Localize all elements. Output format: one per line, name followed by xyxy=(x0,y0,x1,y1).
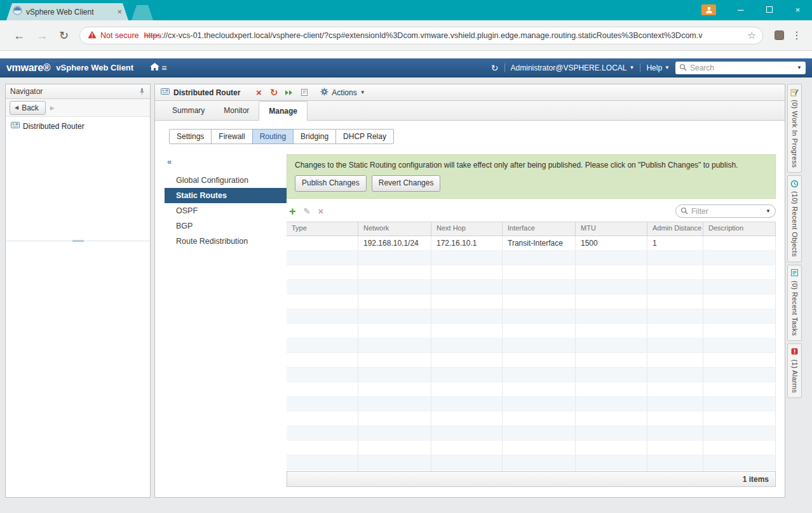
browser-tab[interactable]: vSphere Web Client × xyxy=(6,3,128,20)
profile-avatar-icon[interactable] xyxy=(701,4,716,15)
sidenav-item-ospf[interactable]: OSPF xyxy=(165,203,287,218)
actions-button[interactable]: Actions ▼ xyxy=(320,87,365,98)
table-cell xyxy=(647,441,703,455)
navigator-header: Navigator xyxy=(6,84,150,99)
global-search[interactable]: ▼ xyxy=(675,62,806,74)
table-cell xyxy=(647,426,703,440)
pin-icon[interactable] xyxy=(139,86,145,97)
home-button[interactable]: ≡ xyxy=(150,62,166,74)
table-cell xyxy=(647,368,703,382)
column-header-admin-distance[interactable]: Admin Distance xyxy=(647,222,703,236)
minimize-button[interactable]: ─ xyxy=(726,0,755,19)
table-cell xyxy=(431,455,503,469)
table-cell xyxy=(703,251,776,265)
tab-manage[interactable]: Manage xyxy=(259,101,308,121)
table-row-empty xyxy=(287,324,776,338)
close-button[interactable]: × xyxy=(783,0,812,19)
user-menu[interactable]: Administrator@VSPHERE.LOCAL ▼ xyxy=(511,63,635,72)
vsphere-favicon xyxy=(13,6,22,18)
table-cell xyxy=(703,309,776,323)
table-row-empty xyxy=(287,455,776,470)
panel-splitter[interactable] xyxy=(6,241,150,241)
redeploy-refresh-icon[interactable]: ↻ xyxy=(268,87,280,98)
table-row-empty xyxy=(287,441,776,455)
column-header-type[interactable]: Type xyxy=(287,222,358,236)
chevron-down-icon[interactable]: ▼ xyxy=(766,208,771,214)
menu-lines-icon[interactable]: ≡ xyxy=(161,63,166,73)
subtab-dhcp-relay[interactable]: DHCP Relay xyxy=(335,129,394,144)
chevron-down-icon[interactable]: ▼ xyxy=(797,65,802,70)
tree-item-distributed-router[interactable]: Distributed Router xyxy=(6,117,150,136)
back-button[interactable]: ← xyxy=(13,30,25,41)
revert-changes-button[interactable]: Revert Changes xyxy=(372,175,441,191)
table-cell: 172.16.10.1 xyxy=(431,236,503,250)
sidenav-item-static-routes[interactable]: Static Routes xyxy=(165,188,287,203)
browser-menu-icon[interactable]: ⋮ xyxy=(792,29,802,41)
table-cell xyxy=(358,455,431,469)
table-body: 192.168.10.1/24172.16.10.1Transit-Interf… xyxy=(287,236,776,471)
sidenav-item-bgp[interactable]: BGP xyxy=(165,218,287,234)
subtab-firewall[interactable]: Firewall xyxy=(211,129,252,144)
tab-summary[interactable]: Summary xyxy=(163,101,214,120)
table-cell xyxy=(287,324,358,338)
column-header-description[interactable]: Description xyxy=(703,222,776,236)
rail-tab-alarms[interactable]: (1) Alarms xyxy=(787,343,802,398)
refresh-icon[interactable]: ↻ xyxy=(491,63,499,73)
rail-tab-recent-objects[interactable]: (10) Recent Objects xyxy=(787,175,802,262)
subtab-routing[interactable]: Routing xyxy=(252,129,294,144)
column-header-interface[interactable]: Interface xyxy=(503,222,576,236)
table-cell xyxy=(287,441,358,455)
table-cell: 1 xyxy=(647,236,703,250)
manage-content: SettingsFirewallRoutingBridgingDHCP Rela… xyxy=(155,121,785,497)
rail-tab-recent-tasks[interactable]: (0) Recent Tasks xyxy=(787,265,802,341)
bookmark-star-icon[interactable]: ☆ xyxy=(748,30,756,41)
rail-tab-work-in-progress[interactable]: (0) Work In Progress xyxy=(787,84,802,173)
table-cell xyxy=(431,295,503,309)
subtab-settings[interactable]: Settings xyxy=(169,129,212,144)
table-cell xyxy=(703,455,776,469)
notes-icon[interactable] xyxy=(299,87,310,98)
table-cell xyxy=(647,324,703,338)
table-row[interactable]: 192.168.10.1/24172.16.10.1Transit-Interf… xyxy=(287,236,776,251)
notice-text: Changes to the Static Routing configurat… xyxy=(295,160,768,171)
edit-route-button[interactable]: ✎ xyxy=(304,206,311,216)
column-header-mtu[interactable]: MTU xyxy=(576,222,647,236)
filter-box[interactable]: ▼ xyxy=(675,204,776,218)
table-cell xyxy=(358,353,431,367)
chevron-right-icon[interactable]: ▶ xyxy=(50,105,55,111)
table-cell xyxy=(503,251,576,265)
table-cell xyxy=(576,280,647,294)
add-route-button[interactable]: + xyxy=(289,206,296,217)
delete-route-button[interactable]: × xyxy=(318,206,323,217)
routing-sidenav: « Global ConfigurationStatic RoutesOSPFB… xyxy=(165,154,287,487)
search-icon xyxy=(679,62,687,74)
tab-monitor[interactable]: Monitor xyxy=(214,101,259,120)
not-secure-label[interactable]: Not secure xyxy=(100,31,139,40)
back-nav-button[interactable]: ◀ Back xyxy=(10,101,46,115)
collapse-panel-icon[interactable]: « xyxy=(167,157,179,166)
table-cell xyxy=(703,368,776,382)
delete-x-icon[interactable]: × xyxy=(253,87,264,98)
resync-arrows-icon[interactable] xyxy=(283,87,295,98)
forward-button[interactable]: → xyxy=(36,30,48,41)
new-tab-button[interactable] xyxy=(132,5,153,20)
filter-input[interactable] xyxy=(691,207,762,216)
table-row-empty xyxy=(287,368,776,382)
table-cell xyxy=(576,368,647,382)
sidenav-item-route-redistribution[interactable]: Route Redistribution xyxy=(165,234,287,249)
reload-button[interactable]: ↻ xyxy=(59,30,69,41)
table-cell xyxy=(503,338,576,352)
tab-close-icon[interactable]: × xyxy=(117,8,122,16)
splitter-grip[interactable] xyxy=(72,240,84,242)
address-bar[interactable]: Not secure https://cx-vcs-01.thecloudxpe… xyxy=(79,27,763,44)
extension-icon[interactable] xyxy=(775,30,784,40)
search-input[interactable] xyxy=(690,63,794,72)
column-header-network[interactable]: Network xyxy=(358,222,431,236)
subtab-bridging[interactable]: Bridging xyxy=(293,129,336,144)
publish-changes-button[interactable]: Publish Changes xyxy=(295,175,367,191)
maximize-button[interactable] xyxy=(755,0,783,19)
sidenav-item-global-configuration[interactable]: Global Configuration xyxy=(165,173,287,188)
table-cell xyxy=(703,353,776,367)
column-header-next-hop[interactable]: Next Hop xyxy=(431,222,503,236)
help-menu[interactable]: Help ▼ xyxy=(646,63,670,72)
